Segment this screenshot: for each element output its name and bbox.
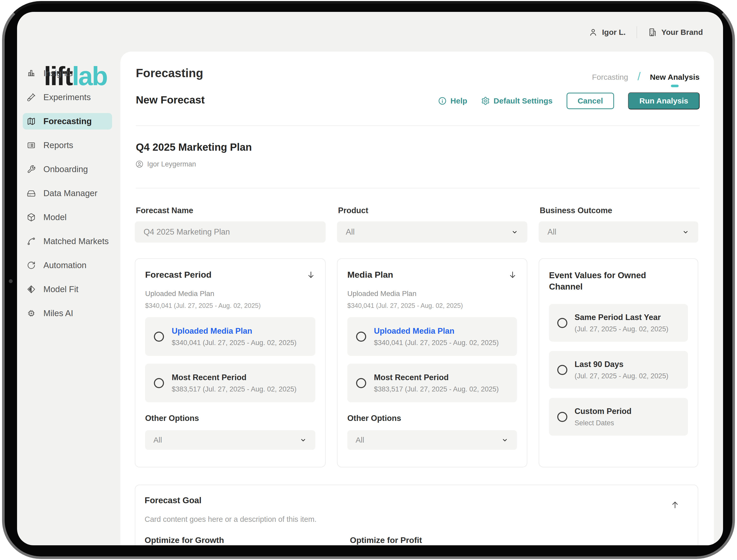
- option-detail: $383,517 (Jul. 27, 2025 - Aug. 02, 2025): [172, 385, 296, 393]
- radio-button[interactable]: [557, 412, 567, 422]
- option-text: Same Period Last Year (Jul. 27, 2025 - A…: [575, 313, 668, 333]
- radio-button[interactable]: [154, 378, 164, 388]
- sidebar-item-onboarding[interactable]: Onboarding: [23, 161, 112, 178]
- sidebar-item-model[interactable]: Model: [23, 209, 112, 226]
- forecast-goal-title: Forecast Goal: [145, 495, 201, 505]
- brand-menu[interactable]: Your Brand: [648, 28, 703, 37]
- user-circle-icon: [135, 160, 144, 168]
- event-values-title: Event Values for Owned Channel: [549, 270, 660, 292]
- sidebar: Insights Experiments Forecasting Reports…: [23, 65, 112, 329]
- product-field-group: Product All: [337, 206, 527, 243]
- sidebar-item-label: Onboarding: [43, 164, 88, 174]
- report-list-icon: [27, 141, 36, 150]
- option-detail: (Jul. 27, 2025 - Aug. 02, 2025): [575, 325, 668, 333]
- sidebar-item-reports[interactable]: Reports: [23, 137, 112, 154]
- rotate-cw-icon: [27, 261, 36, 270]
- plan-owner: Igor Leygerman: [135, 160, 196, 168]
- other-options-label: Other Options: [347, 414, 517, 423]
- forecast-name-input[interactable]: Q4 2025 Marketing Plan: [135, 221, 325, 243]
- radio-button[interactable]: [154, 332, 164, 342]
- option-detail: $383,517 (Jul. 27, 2025 - Aug. 02, 2025): [374, 385, 499, 393]
- option-label: Custom Period: [575, 407, 631, 416]
- option-label: Most Recent Period: [172, 373, 296, 382]
- help-button[interactable]: Help: [438, 97, 467, 105]
- radio-button[interactable]: [356, 378, 366, 388]
- plan-owner-name: Igor Leygerman: [147, 160, 196, 168]
- event-values-option-custom[interactable]: Custom Period Select Dates: [549, 398, 688, 436]
- product-label: Product: [338, 206, 527, 215]
- forecast-name-value: Q4 2025 Marketing Plan: [144, 227, 230, 237]
- divider: [136, 188, 700, 188]
- sidebar-item-miles-ai[interactable]: Miles AI: [23, 305, 112, 322]
- option-label: Most Recent Period: [374, 373, 499, 382]
- run-analysis-button[interactable]: Run Analysis: [628, 92, 700, 109]
- plan-title: Q4 2025 Marketing Plan: [136, 141, 252, 153]
- option-detail: $340,041 (Jul. 27, 2025 - Aug. 02, 2025): [172, 339, 296, 347]
- sidebar-item-insights[interactable]: Insights: [23, 65, 112, 82]
- breadcrumb-separator: /: [637, 71, 640, 82]
- forecast-goal-description: Card content goes here or a description …: [145, 515, 688, 524]
- cancel-button[interactable]: Cancel: [567, 93, 614, 109]
- divider: [136, 125, 700, 126]
- goal-column-growth[interactable]: Optimize for Growth I need to hit my tar…: [145, 535, 350, 545]
- forecast-period-option-uploaded[interactable]: Uploaded Media Plan $340,041 (Jul. 27, 2…: [145, 317, 315, 356]
- media-plan-option-recent[interactable]: Most Recent Period $383,517 (Jul. 27, 20…: [347, 364, 517, 402]
- top-bar: Igor L. Your Brand: [589, 23, 703, 41]
- sidebar-item-label: Reports: [43, 140, 73, 150]
- arrow-down-icon[interactable]: [508, 270, 517, 279]
- gear-icon: [481, 97, 490, 105]
- business-outcome-value: All: [548, 227, 556, 237]
- topbar-divider: [637, 26, 637, 38]
- goal-column-title: Optimize for Profit: [350, 535, 688, 545]
- sidebar-item-label: Automation: [43, 260, 86, 270]
- arrow-down-icon[interactable]: [306, 270, 315, 279]
- radio-button[interactable]: [557, 318, 567, 328]
- product-value: All: [346, 227, 354, 237]
- business-outcome-select[interactable]: All: [539, 221, 698, 243]
- goal-column-profit[interactable]: Optimize for Profit I'm trying to hit my…: [350, 535, 688, 545]
- sidebar-item-forecasting[interactable]: Forecasting: [23, 113, 112, 130]
- forecast-period-title: Forecast Period: [145, 270, 211, 280]
- sidebar-item-matched-markets[interactable]: Matched Markets: [23, 233, 112, 250]
- forecast-period-card: Forecast Period Uploaded Media Plan $340…: [135, 258, 325, 467]
- arrow-up-icon[interactable]: [670, 500, 680, 509]
- option-label[interactable]: Uploaded Media Plan: [374, 326, 499, 336]
- user-name: Igor L.: [602, 28, 626, 37]
- user-icon: [589, 28, 598, 37]
- business-outcome-label: Business Outcome: [540, 206, 698, 215]
- sidebar-item-data-manager[interactable]: Data Manager: [23, 185, 112, 202]
- spline-nodes-icon: [27, 237, 36, 246]
- sidebar-item-model-fit[interactable]: Model Fit: [23, 281, 112, 298]
- sidebar-item-experiments[interactable]: Experiments: [23, 89, 112, 106]
- radio-button[interactable]: [557, 365, 567, 375]
- radio-button[interactable]: [356, 332, 366, 342]
- option-text: Uploaded Media Plan $340,041 (Jul. 27, 2…: [172, 326, 296, 347]
- option-detail: Select Dates: [575, 419, 631, 427]
- user-menu[interactable]: Igor L.: [589, 28, 626, 37]
- option-label[interactable]: Uploaded Media Plan: [172, 326, 296, 336]
- info-icon: [438, 97, 447, 105]
- media-plan-option-uploaded[interactable]: Uploaded Media Plan $340,041 (Jul. 27, 2…: [347, 317, 517, 356]
- event-values-option-last-90[interactable]: Last 90 Days (Jul. 27, 2025 - Aug. 02, 2…: [549, 351, 688, 389]
- forecast-subtitle: New Forecast: [136, 94, 205, 106]
- default-settings-button[interactable]: Default Settings: [481, 97, 552, 105]
- insights-icon: [27, 69, 36, 78]
- diamond-half-icon: [27, 285, 36, 294]
- breadcrumb-parent[interactable]: Forcasting: [592, 71, 628, 82]
- test-tube-icon: [27, 93, 36, 102]
- media-plan-other-select[interactable]: All: [347, 430, 517, 450]
- forecast-period-summary-value: $340,041 (Jul. 27, 2025 - Aug. 02, 2025): [145, 302, 315, 309]
- hard-drive-icon: [27, 189, 36, 198]
- product-select[interactable]: All: [337, 221, 527, 243]
- sidebar-item-label: Miles AI: [43, 308, 73, 318]
- chevron-down-icon: [682, 228, 690, 236]
- other-options-label: Other Options: [145, 414, 315, 423]
- event-values-option-same-period[interactable]: Same Period Last Year (Jul. 27, 2025 - A…: [549, 304, 688, 342]
- forecast-period-option-recent[interactable]: Most Recent Period $383,517 (Jul. 27, 20…: [145, 364, 315, 402]
- breadcrumb-current[interactable]: New Analysis: [650, 71, 700, 87]
- forecast-period-other-select[interactable]: All: [145, 430, 315, 450]
- sidebar-item-automation[interactable]: Automation: [23, 257, 112, 274]
- header-actions: Help Default Settings Cancel Run Analysi…: [438, 92, 700, 109]
- default-settings-label: Default Settings: [494, 97, 552, 105]
- media-plan-summary-value: $340,041 (Jul. 27, 2025 - Aug. 02, 2025): [347, 302, 517, 309]
